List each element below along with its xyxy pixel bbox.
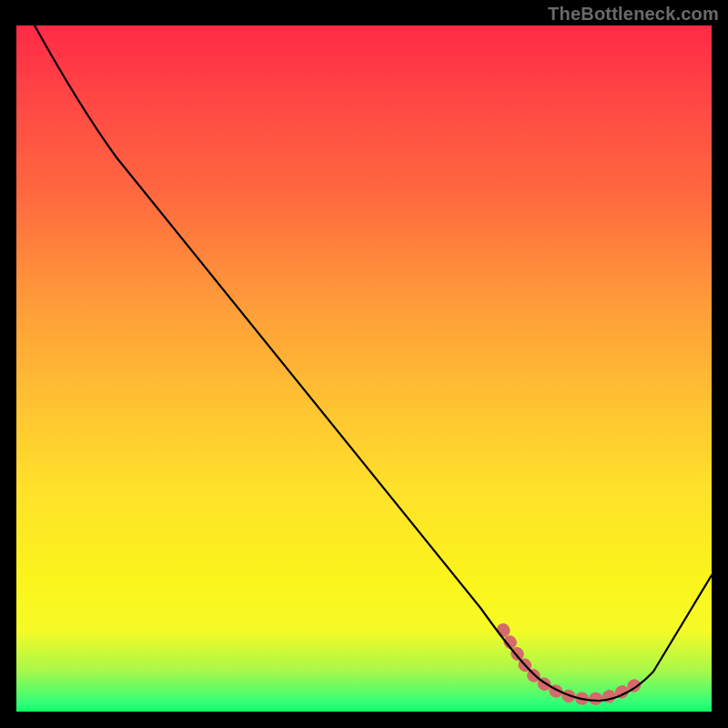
bottleneck-curve-path (35, 25, 712, 701)
plot-area (16, 25, 712, 712)
watermark-text: TheBottleneck.com (548, 4, 719, 25)
chart-stage: TheBottleneck.com (0, 0, 728, 728)
chart-svg (16, 25, 712, 712)
